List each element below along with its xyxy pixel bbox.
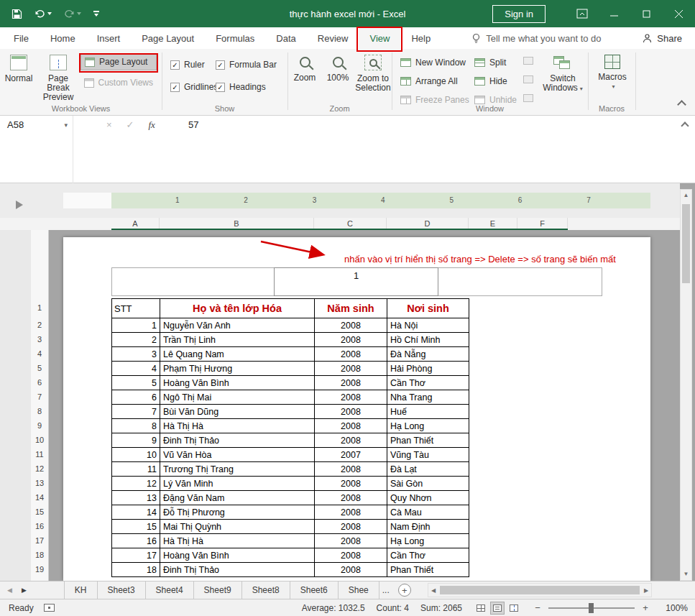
tab-formulas[interactable]: Formulas — [205, 27, 265, 49]
zoom-100-button[interactable]: 100% — [321, 52, 354, 83]
cell-stt[interactable]: 10 — [112, 448, 160, 462]
maximize-button[interactable] — [630, 0, 663, 27]
arrange-all-button[interactable]: Arrange All — [397, 73, 461, 90]
split-button[interactable]: Split — [471, 54, 510, 71]
cell-year[interactable]: 2007 — [315, 448, 387, 462]
row-header[interactable]: 11 — [31, 447, 48, 461]
row-header[interactable]: 3 — [31, 332, 48, 346]
zoom-to-selection-button[interactable]: Zoom to Selection — [356, 52, 390, 93]
scroll-right-icon[interactable]: ▶ — [641, 587, 651, 594]
enter-entry-icon[interactable]: ✓ — [126, 119, 134, 130]
row-header[interactable]: 12 — [31, 461, 48, 476]
cell-place[interactable]: Cà Mau — [387, 505, 469, 520]
cell-name[interactable]: Hà Thị Hà — [160, 419, 315, 433]
new-window-button[interactable]: New Window — [397, 54, 469, 71]
cell-stt[interactable]: 18 — [112, 563, 160, 577]
cell-stt[interactable]: 5 — [112, 376, 160, 390]
row-header[interactable]: 8 — [31, 404, 48, 418]
cell-stt[interactable]: 11 — [112, 462, 160, 477]
formula-bar-checkbox[interactable]: ✓ Formula Bar — [216, 60, 277, 70]
cell-year[interactable]: 2008 — [315, 405, 387, 419]
cell-place[interactable]: Phan Thiết — [387, 563, 469, 577]
cell-place[interactable]: Phan Thiết — [387, 433, 469, 448]
cell-year[interactable]: 2008 — [315, 318, 387, 333]
zoom-level[interactable]: 100% — [662, 603, 688, 613]
cell-name[interactable]: Phạm Thị Hương — [160, 362, 315, 376]
cell-place[interactable]: Hải Phòng — [387, 362, 469, 376]
cell-name[interactable]: Vũ Văn Hòa — [160, 448, 315, 462]
page-break-view-shortcut[interactable] — [507, 602, 521, 615]
tab-page-layout[interactable]: Page Layout — [131, 27, 205, 49]
cell-place[interactable]: Nha Trang — [387, 390, 469, 405]
cell-year[interactable]: 2008 — [315, 534, 387, 548]
cell-name[interactable]: Đinh Thị Thảo — [160, 433, 315, 448]
row-header[interactable]: 9 — [31, 418, 48, 433]
zoom-in-icon[interactable]: + — [640, 602, 650, 613]
row-header[interactable]: 6 — [31, 375, 48, 390]
cell-place[interactable]: Hạ Long — [387, 419, 469, 433]
cell-place[interactable]: Cần Thơ — [387, 376, 469, 390]
row-header[interactable]: 2 — [31, 318, 48, 332]
headings-checkbox[interactable]: ✓ Headings — [216, 82, 266, 92]
cell-name[interactable]: Đinh Thị Thảo — [160, 563, 315, 577]
page-break-preview-button[interactable]: Page Break Preview — [36, 52, 80, 102]
cell-name[interactable]: Trương Thị Trang — [160, 462, 315, 477]
cell-year[interactable]: 2008 — [315, 505, 387, 520]
view-side-by-side-icon[interactable] — [523, 57, 533, 65]
cell-stt[interactable]: 4 — [112, 362, 160, 376]
normal-view-button[interactable]: Normal — [3, 52, 34, 83]
insert-function-icon[interactable]: fx — [149, 119, 155, 131]
ruler-checkbox[interactable]: ✓ Ruler — [170, 60, 205, 70]
tab-data[interactable]: Data — [265, 27, 306, 49]
horizontal-scrollbar-thumb[interactable] — [440, 586, 640, 594]
zoom-button[interactable]: Zoom — [290, 52, 320, 83]
row-header[interactable]: 10 — [31, 433, 48, 447]
cell-name[interactable]: Nguyễn Văn Anh — [160, 318, 315, 333]
cell-name[interactable]: Lê Quang Nam — [160, 347, 315, 362]
row-header[interactable]: 1 — [31, 298, 48, 318]
cell-name[interactable]: Đỗ Thị Phương — [160, 505, 315, 520]
page-layout-view-shortcut[interactable] — [490, 602, 505, 615]
row-header[interactable]: 19 — [31, 562, 48, 576]
cell-year[interactable]: 2008 — [315, 390, 387, 405]
hide-button[interactable]: Hide — [471, 73, 511, 90]
cell-stt[interactable]: 15 — [112, 520, 160, 534]
customize-qat-button[interactable] — [93, 11, 99, 17]
cell-name[interactable]: Ngô Thị Mai — [160, 390, 315, 405]
collapse-formula-bar-icon[interactable] — [681, 121, 689, 129]
cell-year[interactable]: 2008 — [315, 362, 387, 376]
scroll-down-icon[interactable]: ▼ — [681, 569, 691, 580]
cell-year[interactable]: 2008 — [315, 433, 387, 448]
horizontal-scrollbar[interactable]: ◀ ▶ — [428, 583, 652, 597]
reset-window-position-icon[interactable] — [523, 94, 533, 102]
custom-views-button[interactable]: Custom Views — [80, 74, 157, 91]
sign-in-button[interactable]: Sign in — [492, 5, 546, 23]
page-layout-view-button[interactable]: Page Layout — [80, 53, 157, 70]
cell-stt[interactable]: 12 — [112, 477, 160, 491]
cell-place[interactable]: Cần Thơ — [387, 548, 469, 563]
row-header[interactable]: 14 — [31, 490, 48, 505]
header-year[interactable]: Năm sinh — [315, 299, 387, 318]
new-sheet-button[interactable]: + — [398, 584, 411, 597]
cell-stt[interactable]: 14 — [112, 505, 160, 520]
sheet-tab[interactable]: Sheet3 — [98, 581, 146, 599]
cell-stt[interactable]: 1 — [112, 318, 160, 333]
cell-place[interactable]: Đà Nẵng — [387, 347, 469, 362]
page-header-center-box[interactable]: 1 — [274, 267, 438, 296]
cell-stt[interactable]: 8 — [112, 419, 160, 433]
formula-content[interactable]: 57 — [188, 119, 198, 130]
sheet-tab-overflow[interactable]: ... — [382, 581, 390, 599]
sheet-tab[interactable]: Shee — [339, 581, 379, 599]
sheet-tab[interactable]: KH — [64, 581, 98, 599]
cell-stt[interactable]: 3 — [112, 347, 160, 362]
zoom-slider-thumb[interactable] — [589, 603, 594, 613]
save-icon[interactable] — [11, 9, 22, 19]
cell-year[interactable]: 2008 — [315, 347, 387, 362]
cell-name[interactable]: Hoàng Văn Bình — [160, 376, 315, 390]
next-sheets-icon[interactable]: ▶ — [22, 587, 27, 594]
cell-stt[interactable]: 9 — [112, 433, 160, 448]
tab-insert[interactable]: Insert — [86, 27, 132, 49]
cell-place[interactable]: Hạ Long — [387, 534, 469, 548]
cell-year[interactable]: 2008 — [315, 491, 387, 505]
row-header[interactable]: 17 — [31, 533, 48, 548]
